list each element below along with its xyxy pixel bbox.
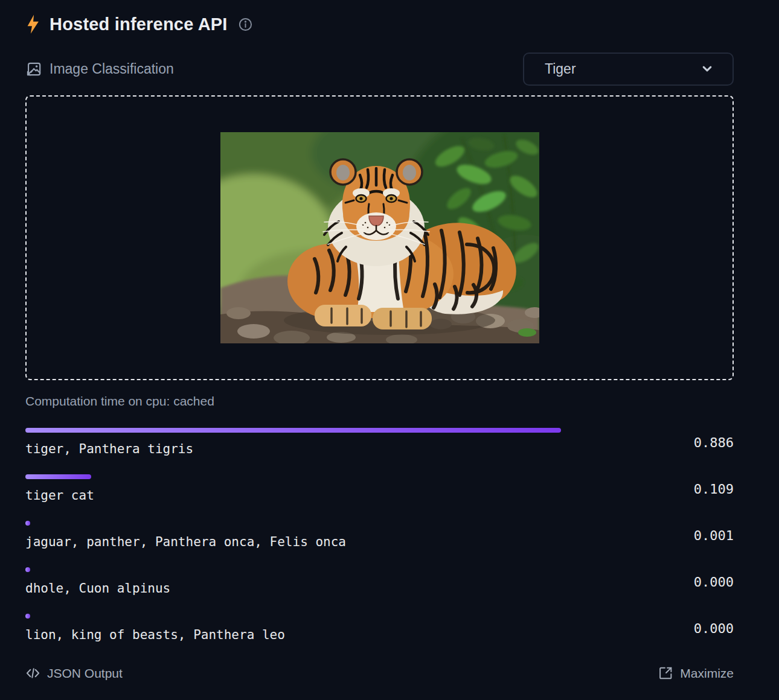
info-circle-icon[interactable] <box>238 17 253 32</box>
class-label: tiger, Panthera tigris <box>25 441 666 457</box>
score-bar <box>25 521 30 526</box>
result-row: tiger cat 0.109 <box>25 474 734 503</box>
class-score: 0.000 <box>666 574 734 590</box>
example-select[interactable]: Tiger <box>523 52 734 86</box>
input-image <box>220 132 539 343</box>
class-score: 0.886 <box>666 435 734 450</box>
image-dropzone[interactable] <box>25 95 734 380</box>
score-bar <box>25 614 30 619</box>
class-score: 0.109 <box>666 482 734 497</box>
task-label: Image Classification <box>50 61 174 77</box>
maximize-label: Maximize <box>680 666 734 681</box>
lightning-bolt-icon <box>25 14 40 34</box>
widget-header: Hosted inference API <box>25 12 734 36</box>
results-list: tiger, Panthera tigris 0.886 tiger cat 0… <box>25 428 734 643</box>
task-link[interactable]: Image Classification <box>25 61 174 77</box>
example-select-value: Tiger <box>545 61 576 77</box>
maximize-icon <box>658 666 673 681</box>
score-bar <box>25 474 91 479</box>
result-row: dhole, Cuon alpinus 0.000 <box>25 567 734 596</box>
class-score: 0.001 <box>666 528 734 543</box>
image-classification-icon <box>25 61 42 77</box>
json-output-button[interactable]: JSON Output <box>25 666 123 681</box>
class-score: 0.000 <box>666 621 734 636</box>
result-row: jaguar, panther, Panthera onca, Felis on… <box>25 521 734 550</box>
widget-footer: JSON Output Maximize <box>25 666 734 681</box>
class-label: dhole, Cuon alpinus <box>25 581 666 596</box>
class-label: tiger cat <box>25 488 666 503</box>
chevron-down-icon <box>699 60 716 77</box>
task-row: Image Classification Tiger <box>25 52 734 86</box>
score-bar <box>25 567 30 572</box>
inference-widget: Hosted inference API Image Classificatio… <box>0 0 779 700</box>
computation-time: Computation time on cpu: cached <box>25 393 734 409</box>
maximize-button[interactable]: Maximize <box>658 666 734 681</box>
result-row: lion, king of beasts, Panthera leo 0.000 <box>25 614 734 643</box>
class-label: jaguar, panther, Panthera onca, Felis on… <box>25 534 666 550</box>
class-label: lion, king of beasts, Panthera leo <box>25 627 666 643</box>
score-bar <box>25 428 561 433</box>
code-icon <box>25 666 40 681</box>
json-output-label: JSON Output <box>47 666 123 681</box>
page-title: Hosted inference API <box>50 14 228 34</box>
result-row: tiger, Panthera tigris 0.886 <box>25 428 734 457</box>
